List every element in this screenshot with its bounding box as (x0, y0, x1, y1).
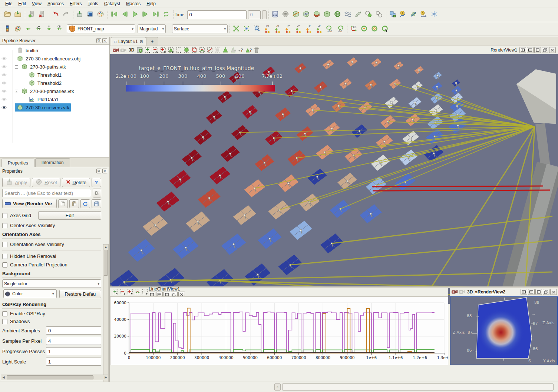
visibility-eye-icon[interactable] (0, 81, 8, 85)
chart-toggle-icon[interactable] (134, 288, 141, 296)
save-defaults-button[interactable] (92, 199, 101, 208)
save-camera-icon[interactable] (451, 288, 458, 296)
rescale-to-visible-range-button[interactable] (54, 24, 65, 34)
rotate-90-cw-button[interactable]: +90 (324, 24, 335, 34)
add-layout-tab[interactable]: + (146, 37, 158, 46)
menu-macros[interactable]: Macros (123, 0, 143, 7)
chart-select-poly-icon[interactable] (126, 288, 134, 296)
pipeline-item-plotdata1[interactable]: PlotData1 (0, 95, 109, 103)
pipeline-item-threshold1[interactable]: Threshold1 (0, 71, 109, 79)
reset-center-button[interactable] (359, 24, 369, 34)
array-combo[interactable]: Magnitud▾ (138, 24, 166, 33)
search-input[interactable] (2, 189, 91, 197)
clear-selection-icon[interactable] (252, 46, 260, 53)
extract-subset-button[interactable] (322, 10, 332, 20)
auto-apply-button[interactable] (75, 10, 85, 20)
abort-icon[interactable]: × (274, 383, 281, 391)
camera-parallel-projection-checkbox[interactable] (2, 262, 7, 268)
copy-properties-button[interactable] (58, 199, 68, 208)
faded-cone-icon[interactable]: ? (229, 46, 237, 53)
scroll-left-arrow[interactable]: ◀ (1, 376, 6, 379)
split-vertical-view-button[interactable] (527, 47, 534, 53)
menu-tools[interactable]: Tools (85, 0, 101, 7)
plot-selection-over-time-button[interactable] (398, 10, 408, 20)
visibility-eye-icon[interactable] (0, 97, 8, 102)
time-input[interactable] (187, 10, 247, 19)
chart-clear-icon[interactable] (141, 288, 149, 296)
rotate-90-ccw-button[interactable]: -90 (335, 24, 345, 34)
visibility-eye-icon[interactable] (0, 56, 8, 61)
menu-view[interactable]: View (29, 0, 44, 7)
next-frame-button[interactable] (140, 10, 151, 20)
pipeline-item-270-30-miscellaneous-obj[interactable]: 270-30-miscellaneous.obj (0, 54, 109, 63)
render-view-2[interactable]: 88Z Axis87868887Z Axis866Y Axis (450, 296, 558, 365)
loop-button[interactable] (161, 10, 171, 20)
previous-frame-button[interactable] (119, 10, 130, 20)
split-vertical-view-button[interactable] (528, 289, 535, 295)
float-view-button[interactable] (543, 289, 549, 295)
rotate-camera-button[interactable] (380, 24, 390, 34)
hover-cells-icon[interactable] (206, 46, 214, 53)
select-points-through-icon[interactable] (175, 46, 182, 53)
set-view-plus-x-button[interactable]: +X (262, 24, 273, 34)
orientation-axes-visibility-checkbox[interactable] (2, 242, 7, 247)
threshold-button[interactable] (311, 10, 322, 20)
rescale-to-temporal-range-button[interactable] (44, 24, 54, 34)
toggle-interaction-mode[interactable]: 3D (127, 47, 136, 53)
first-frame-button[interactable] (109, 10, 119, 20)
samples-per-pixel-input[interactable] (46, 337, 101, 345)
set-view-minus-x-button[interactable]: -X (273, 24, 283, 34)
pipeline-item-270-30-primaries-vtk[interactable]: −270-30-primaries.vtk (0, 87, 109, 95)
line-chart-view[interactable]: 0200004000060000010000020000030000040000… (110, 296, 448, 365)
maximize-view-button[interactable] (535, 289, 542, 295)
visibility-eye-icon[interactable] (0, 73, 8, 77)
representation-combo[interactable]: Surface▾ (172, 24, 228, 33)
rescale-to-data-range-button[interactable] (23, 24, 33, 34)
scroll-right-arrow[interactable]: ▶ (103, 376, 108, 379)
clip-button[interactable] (291, 10, 301, 20)
reset-camera-button[interactable] (231, 24, 241, 34)
axes-grid-checkbox[interactable] (2, 213, 7, 218)
properties-vertical-scrollbar[interactable]: ▲ ▼ (103, 244, 109, 392)
menu-edit[interactable]: Edit (15, 0, 29, 7)
adjust-color-range-button[interactable] (85, 10, 95, 20)
tab-layout-1[interactable]: □Layout #1⊠ (111, 37, 146, 46)
contour-button[interactable] (280, 10, 291, 20)
chart-deselect-icon[interactable] (119, 288, 126, 296)
light-scale-input[interactable] (46, 358, 101, 366)
visibility-eye-icon[interactable] (0, 105, 8, 110)
set-view-minus-y-button[interactable]: -Y (293, 24, 304, 34)
edit-color-map-button[interactable] (13, 24, 23, 34)
connect-server-button[interactable] (26, 10, 37, 20)
pipeline-item-270-30-paths-vtk[interactable]: −270-30-paths.vtk (0, 63, 109, 71)
hidden-line-removal-checkbox[interactable] (2, 254, 7, 259)
rescale-to-custom-range-button[interactable] (33, 24, 44, 34)
chart-select-rect-icon[interactable] (112, 288, 119, 296)
axes-grid-edit-button[interactable]: Edit (38, 211, 101, 220)
center-axes-checkbox[interactable] (2, 223, 7, 228)
hover-points-query-icon[interactable]: ? (237, 46, 245, 53)
tab-properties[interactable]: Properties (1, 159, 34, 167)
last-frame-button[interactable] (151, 10, 161, 20)
save-data-button[interactable] (13, 10, 23, 20)
menu-catalyst[interactable]: Catalyst (101, 0, 123, 7)
colormap-combo[interactable]: FRONT_map▾ (67, 24, 135, 33)
pipeline-item-270-30-receivers-vtk[interactable]: 270-30-receivers.vtk (0, 103, 109, 112)
grow-selection-icon[interactable] (214, 46, 221, 53)
shadows-checkbox[interactable] (2, 319, 7, 324)
menu-file[interactable]: File (2, 0, 15, 7)
tab-information[interactable]: Information (35, 158, 70, 167)
scroll-up-arrow[interactable]: ▲ (103, 245, 108, 249)
zoom-to-box-button[interactable] (252, 24, 262, 34)
tree-collapse-icon[interactable]: − (15, 65, 18, 69)
close-layout-icon[interactable]: ⊠ (140, 40, 143, 44)
glyph-button[interactable] (332, 10, 343, 20)
load-color-palette-button[interactable] (95, 10, 106, 20)
set-view-plus-y-button[interactable]: +Y (283, 24, 293, 34)
delete-button[interactable]: Delete (62, 178, 90, 187)
disconnect-server-button[interactable] (37, 10, 47, 20)
select-points-on-icon[interactable] (151, 46, 159, 53)
view-properties-combo[interactable]: View (Render Vie (2, 199, 57, 208)
set-view-plus-z-button[interactable]: +Z (304, 24, 314, 34)
pipeline-item-builtin-[interactable]: builtin: (0, 46, 109, 54)
